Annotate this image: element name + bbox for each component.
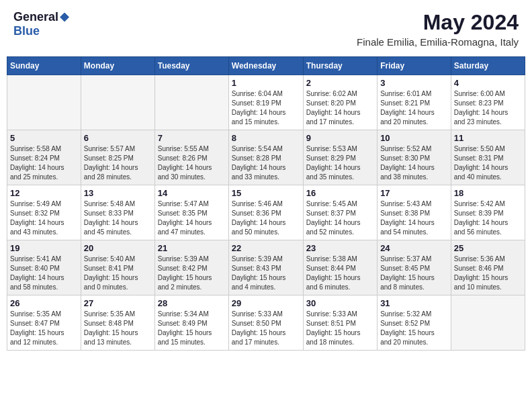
calendar-cell: 6Sunrise: 5:57 AM Sunset: 8:25 PM Daylig… xyxy=(81,130,154,185)
day-number: 11 xyxy=(454,133,522,143)
calendar-cell: 12Sunrise: 5:49 AM Sunset: 8:32 PM Dayli… xyxy=(7,185,81,240)
calendar-cell: 1Sunrise: 6:04 AM Sunset: 8:19 PM Daylig… xyxy=(228,75,303,130)
day-number: 25 xyxy=(454,243,522,253)
calendar-cell xyxy=(81,75,154,130)
day-number: 1 xyxy=(232,78,300,88)
location: Finale Emilia, Emilia-Romagna, Italy xyxy=(357,36,519,48)
day-number: 27 xyxy=(84,298,152,308)
day-number: 19 xyxy=(10,243,78,253)
day-number: 8 xyxy=(232,133,300,143)
day-number: 5 xyxy=(10,133,78,143)
day-info: Sunrise: 5:52 AM Sunset: 8:30 PM Dayligh… xyxy=(380,144,448,182)
day-number: 29 xyxy=(232,298,300,308)
day-info: Sunrise: 5:45 AM Sunset: 8:37 PM Dayligh… xyxy=(306,199,374,237)
day-info: Sunrise: 5:48 AM Sunset: 8:33 PM Dayligh… xyxy=(84,199,152,237)
calendar-cell: 7Sunrise: 5:55 AM Sunset: 8:26 PM Daylig… xyxy=(154,130,228,185)
calendar-week-4: 19Sunrise: 5:41 AM Sunset: 8:40 PM Dayli… xyxy=(7,240,525,295)
calendar-table: SundayMondayTuesdayWednesdayThursdayFrid… xyxy=(7,56,525,351)
day-number: 15 xyxy=(232,188,300,198)
calendar-cell: 2Sunrise: 6:02 AM Sunset: 8:20 PM Daylig… xyxy=(303,75,377,130)
calendar-cell: 18Sunrise: 5:42 AM Sunset: 8:39 PM Dayli… xyxy=(451,185,525,240)
day-header-tuesday: Tuesday xyxy=(154,57,228,75)
day-number: 2 xyxy=(306,78,374,88)
day-info: Sunrise: 5:38 AM Sunset: 8:44 PM Dayligh… xyxy=(306,255,374,292)
day-number: 10 xyxy=(380,133,448,143)
day-number: 14 xyxy=(158,188,226,198)
day-number: 3 xyxy=(380,78,448,88)
day-info: Sunrise: 5:50 AM Sunset: 8:31 PM Dayligh… xyxy=(454,144,522,182)
day-number: 7 xyxy=(158,133,226,143)
calendar-cell: 16Sunrise: 5:45 AM Sunset: 8:37 PM Dayli… xyxy=(303,185,377,240)
day-info: Sunrise: 5:41 AM Sunset: 8:40 PM Dayligh… xyxy=(10,255,78,292)
calendar-cell: 10Sunrise: 5:52 AM Sunset: 8:30 PM Dayli… xyxy=(378,130,451,185)
day-info: Sunrise: 5:53 AM Sunset: 8:29 PM Dayligh… xyxy=(306,144,374,182)
calendar-cell: 20Sunrise: 5:40 AM Sunset: 8:41 PM Dayli… xyxy=(81,240,154,295)
day-info: Sunrise: 6:00 AM Sunset: 8:23 PM Dayligh… xyxy=(454,89,522,127)
calendar-cell: 27Sunrise: 5:35 AM Sunset: 8:48 PM Dayli… xyxy=(81,295,154,351)
day-info: Sunrise: 5:39 AM Sunset: 8:42 PM Dayligh… xyxy=(158,255,226,292)
logo-general-text: General xyxy=(13,10,58,24)
logo: General Blue xyxy=(13,10,69,38)
day-info: Sunrise: 6:02 AM Sunset: 8:20 PM Dayligh… xyxy=(306,89,374,127)
day-header-friday: Friday xyxy=(378,57,451,75)
day-info: Sunrise: 5:36 AM Sunset: 8:46 PM Dayligh… xyxy=(454,255,522,292)
calendar-week-2: 5Sunrise: 5:58 AM Sunset: 8:24 PM Daylig… xyxy=(7,130,525,185)
calendar-week-3: 12Sunrise: 5:49 AM Sunset: 8:32 PM Dayli… xyxy=(7,185,525,240)
day-number: 21 xyxy=(158,243,226,253)
calendar-cell: 17Sunrise: 5:43 AM Sunset: 8:38 PM Dayli… xyxy=(378,185,451,240)
day-info: Sunrise: 5:55 AM Sunset: 8:26 PM Dayligh… xyxy=(158,144,226,182)
day-number: 28 xyxy=(158,298,226,308)
day-info: Sunrise: 5:42 AM Sunset: 8:39 PM Dayligh… xyxy=(454,199,522,237)
day-number: 23 xyxy=(306,243,374,253)
calendar-cell: 23Sunrise: 5:38 AM Sunset: 8:44 PM Dayli… xyxy=(303,240,377,295)
calendar-cell: 4Sunrise: 6:00 AM Sunset: 8:23 PM Daylig… xyxy=(451,75,525,130)
calendar-cell: 21Sunrise: 5:39 AM Sunset: 8:42 PM Dayli… xyxy=(154,240,228,295)
calendar-cell: 5Sunrise: 5:58 AM Sunset: 8:24 PM Daylig… xyxy=(7,130,81,185)
calendar-cell: 25Sunrise: 5:36 AM Sunset: 8:46 PM Dayli… xyxy=(451,240,525,295)
calendar-cell: 24Sunrise: 5:37 AM Sunset: 8:45 PM Dayli… xyxy=(378,240,451,295)
day-info: Sunrise: 5:39 AM Sunset: 8:43 PM Dayligh… xyxy=(232,255,300,292)
calendar-cell: 30Sunrise: 5:33 AM Sunset: 8:51 PM Dayli… xyxy=(303,295,377,351)
day-header-thursday: Thursday xyxy=(303,57,377,75)
day-header-sunday: Sunday xyxy=(7,57,81,75)
day-header-wednesday: Wednesday xyxy=(228,57,303,75)
day-number: 12 xyxy=(10,188,78,198)
day-info: Sunrise: 5:58 AM Sunset: 8:24 PM Dayligh… xyxy=(10,144,78,182)
calendar-cell: 3Sunrise: 6:01 AM Sunset: 8:21 PM Daylig… xyxy=(378,75,451,130)
day-number: 31 xyxy=(380,298,448,308)
page-header: General Blue May 2024 Finale Emilia, Emi… xyxy=(7,7,525,51)
day-info: Sunrise: 5:46 AM Sunset: 8:36 PM Dayligh… xyxy=(232,199,300,237)
month-year: May 2024 xyxy=(357,10,519,35)
calendar-cell: 8Sunrise: 5:54 AM Sunset: 8:28 PM Daylig… xyxy=(228,130,303,185)
day-info: Sunrise: 5:49 AM Sunset: 8:32 PM Dayligh… xyxy=(10,199,78,237)
day-number: 16 xyxy=(306,188,374,198)
day-number: 9 xyxy=(306,133,374,143)
day-number: 26 xyxy=(10,298,78,308)
day-number: 6 xyxy=(84,133,152,143)
calendar-cell: 14Sunrise: 5:47 AM Sunset: 8:35 PM Dayli… xyxy=(154,185,228,240)
day-info: Sunrise: 5:40 AM Sunset: 8:41 PM Dayligh… xyxy=(84,255,152,292)
day-info: Sunrise: 5:33 AM Sunset: 8:50 PM Dayligh… xyxy=(232,310,300,347)
calendar-cell: 11Sunrise: 5:50 AM Sunset: 8:31 PM Dayli… xyxy=(451,130,525,185)
day-info: Sunrise: 5:33 AM Sunset: 8:51 PM Dayligh… xyxy=(306,310,374,347)
calendar-cell: 15Sunrise: 5:46 AM Sunset: 8:36 PM Dayli… xyxy=(228,185,303,240)
day-number: 17 xyxy=(380,188,448,198)
calendar-cell: 13Sunrise: 5:48 AM Sunset: 8:33 PM Dayli… xyxy=(81,185,154,240)
day-info: Sunrise: 5:37 AM Sunset: 8:45 PM Dayligh… xyxy=(380,255,448,292)
logo-icon xyxy=(60,13,69,22)
day-info: Sunrise: 5:43 AM Sunset: 8:38 PM Dayligh… xyxy=(380,199,448,237)
day-number: 13 xyxy=(84,188,152,198)
day-number: 4 xyxy=(454,78,522,88)
day-info: Sunrise: 5:54 AM Sunset: 8:28 PM Dayligh… xyxy=(232,144,300,182)
day-number: 30 xyxy=(306,298,374,308)
calendar-cell: 29Sunrise: 5:33 AM Sunset: 8:50 PM Dayli… xyxy=(228,295,303,351)
calendar-cell: 9Sunrise: 5:53 AM Sunset: 8:29 PM Daylig… xyxy=(303,130,377,185)
day-info: Sunrise: 5:34 AM Sunset: 8:49 PM Dayligh… xyxy=(158,310,226,347)
calendar-cell: 31Sunrise: 5:32 AM Sunset: 8:52 PM Dayli… xyxy=(378,295,451,351)
calendar-cell: 19Sunrise: 5:41 AM Sunset: 8:40 PM Dayli… xyxy=(7,240,81,295)
calendar-cell: 26Sunrise: 5:35 AM Sunset: 8:47 PM Dayli… xyxy=(7,295,81,351)
day-header-monday: Monday xyxy=(81,57,154,75)
calendar-week-1: 1Sunrise: 6:04 AM Sunset: 8:19 PM Daylig… xyxy=(7,75,525,130)
day-info: Sunrise: 5:35 AM Sunset: 8:47 PM Dayligh… xyxy=(10,310,78,347)
day-number: 22 xyxy=(232,243,300,253)
